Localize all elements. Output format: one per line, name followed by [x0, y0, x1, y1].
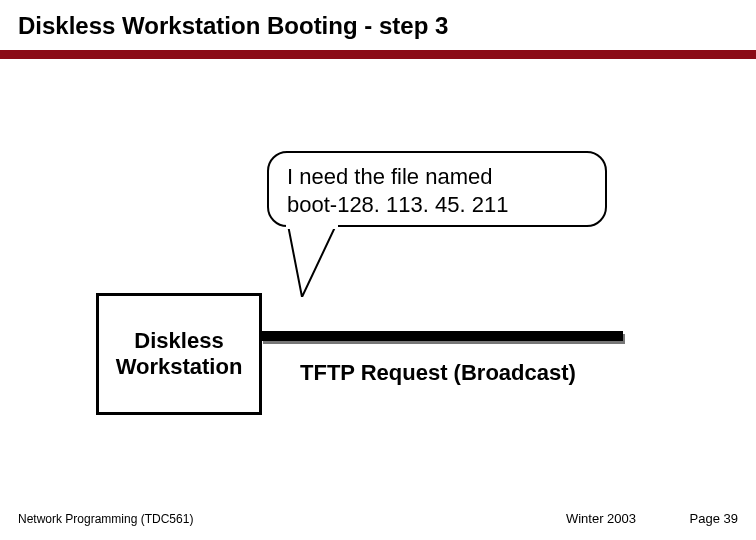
title-bar: Diskless Workstation Booting - step 3 [18, 12, 448, 40]
footer-page: Page 39 [690, 511, 738, 526]
title-step: - step 3 [358, 12, 449, 39]
speech-bubble: I need the file named boot-128. 113. 45.… [267, 151, 607, 227]
slide: Diskless Workstation Booting - step 3 I … [0, 0, 756, 540]
request-caption: TFTP Request (Broadcast) [300, 360, 576, 386]
speech-line-1: I need the file named [287, 163, 587, 191]
slide-title: Diskless Workstation Booting - step 3 [18, 12, 448, 40]
svg-rect-1 [286, 225, 338, 229]
svg-marker-0 [288, 225, 336, 297]
title-underline-thin [0, 57, 756, 59]
speech-line-2: boot-128. 113. 45. 211 [287, 191, 587, 219]
workstation-box: Diskless Workstation [96, 293, 262, 415]
network-line [261, 331, 623, 341]
footer-course: Network Programming (TDC561) [18, 512, 193, 526]
workstation-label: Diskless Workstation [99, 328, 259, 381]
title-main: Diskless Workstation Booting [18, 12, 358, 39]
title-underline-thick [0, 50, 756, 57]
speech-bubble-tail-icon [282, 225, 342, 297]
footer-term: Winter 2003 [566, 511, 636, 526]
